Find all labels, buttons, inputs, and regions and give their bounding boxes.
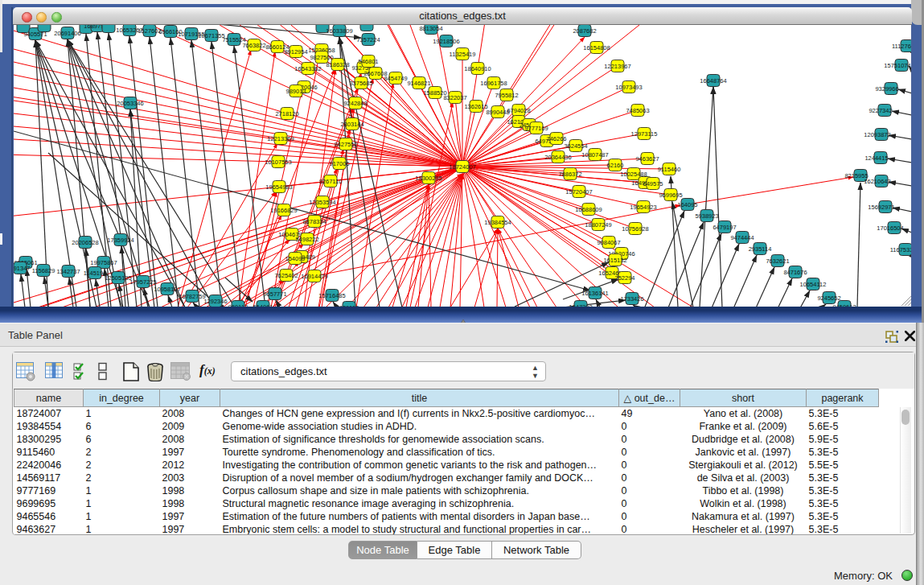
svg-text:7625402: 7625402: [274, 272, 298, 279]
svg-text:15751074: 15751074: [884, 62, 910, 69]
svg-text:3624554: 3624554: [564, 142, 587, 150]
svg-text:9827500: 9827500: [310, 54, 333, 61]
svg-text:10807487: 10807487: [581, 151, 608, 159]
svg-text:9227342: 9227342: [869, 107, 892, 114]
svg-text:1342737: 1342737: [56, 268, 80, 275]
svg-text:8454749: 8454749: [384, 75, 407, 82]
svg-text:8813054: 8813054: [419, 25, 442, 32]
svg-text:649575: 649575: [643, 180, 663, 187]
svg-text:917006: 917006: [329, 160, 349, 167]
svg-text:989013: 989013: [285, 88, 306, 95]
svg-text:20364436: 20364436: [544, 154, 571, 161]
svg-text:10671355: 10671355: [198, 32, 224, 39]
svg-text:62160: 62160: [607, 162, 624, 169]
svg-text:12093872: 12093872: [864, 131, 890, 138]
svg-text:826113: 826113: [339, 304, 359, 307]
svg-text:8267110: 8267110: [319, 178, 343, 185]
svg-text:1244415: 1244415: [864, 154, 888, 162]
svg-text:10688609: 10688609: [575, 206, 602, 213]
svg-text:554061: 554061: [253, 303, 273, 307]
svg-text:1167533: 1167533: [890, 246, 912, 253]
svg-text:20691406: 20691406: [54, 30, 80, 37]
svg-text:960112: 960112: [228, 303, 248, 307]
svg-text:164095: 164095: [677, 201, 697, 208]
svg-text:8186328: 8186328: [326, 61, 349, 68]
svg-text:16033809: 16033809: [326, 27, 352, 35]
svg-text:16210643: 16210643: [864, 178, 890, 185]
svg-text:3375685: 3375685: [349, 80, 372, 87]
svg-text:9329966: 9329966: [875, 85, 898, 93]
svg-text:2718120: 2718120: [275, 110, 298, 117]
svg-text:10654112: 10654112: [800, 281, 827, 288]
svg-text:9115460: 9115460: [658, 166, 681, 173]
svg-text:7357224: 7357224: [356, 36, 380, 43]
svg-text:9146821: 9146821: [407, 80, 430, 87]
svg-text:8990448: 8990448: [486, 109, 509, 116]
svg-text:16782759: 16782759: [179, 293, 205, 300]
svg-text:15720407: 15720407: [565, 188, 592, 196]
svg-text:8878334: 8878334: [302, 218, 326, 225]
svg-text:1145194: 1145194: [84, 270, 107, 277]
svg-text:9242848: 9242848: [343, 100, 367, 107]
svg-text:746266: 746266: [546, 135, 566, 142]
svg-text:5938923: 5938923: [695, 212, 718, 220]
svg-text:9474444: 9474444: [730, 234, 754, 241]
svg-text:2935114: 2935114: [749, 245, 772, 253]
svg-text:12213967: 12213967: [604, 63, 630, 70]
svg-text:8471676: 8471676: [783, 269, 807, 276]
svg-text:12213369: 12213369: [267, 135, 294, 142]
svg-text:9450612: 9450612: [832, 303, 856, 307]
svg-text:15716485: 15716485: [318, 292, 345, 299]
svg-text:18300295: 18300295: [415, 175, 441, 182]
svg-text:252294: 252294: [614, 274, 634, 282]
svg-text:16961758: 16961758: [480, 80, 507, 87]
svg-text:9657771: 9657771: [263, 290, 286, 298]
svg-text:18724007: 18724007: [449, 163, 475, 171]
svg-text:8322037: 8322037: [443, 94, 466, 101]
svg-text:2803144: 2803144: [340, 121, 363, 128]
svg-text:19384554: 19384554: [484, 219, 511, 226]
svg-text:11325419: 11325419: [450, 51, 476, 58]
svg-text:16136141: 16136141: [581, 290, 608, 297]
svg-text:7955812: 7955812: [495, 92, 518, 99]
svg-text:17359924: 17359924: [107, 237, 133, 244]
svg-text:8912954: 8912954: [284, 48, 307, 56]
svg-text:10756928: 10756928: [622, 225, 648, 233]
svg-text:12353594: 12353594: [309, 199, 335, 206]
svg-text:20206528: 20206528: [72, 239, 98, 246]
svg-text:18640910: 18640910: [464, 65, 491, 72]
svg-text:12973115: 12973115: [631, 130, 658, 138]
svg-text:16154808: 16154808: [583, 44, 610, 51]
svg-text:19166829: 19166829: [270, 207, 297, 214]
svg-text:8427552: 8427552: [334, 141, 357, 148]
svg-text:9777169: 9777169: [524, 125, 548, 132]
svg-text:17957225: 17957225: [129, 278, 156, 286]
svg-text:16543362: 16543362: [294, 65, 321, 72]
svg-text:9699695: 9699695: [659, 192, 682, 199]
svg-text:6794028: 6794028: [507, 107, 530, 114]
svg-text:19654923: 19654923: [630, 204, 656, 211]
svg-text:9084067: 9084067: [597, 239, 620, 246]
svg-text:20053346: 20053346: [117, 100, 143, 107]
svg-text:16648764: 16648764: [700, 77, 726, 84]
svg-text:10958107: 10958107: [154, 286, 180, 293]
svg-text:5498222: 5498222: [295, 236, 318, 243]
svg-text:1733426: 1733426: [620, 295, 643, 303]
svg-text:16914479: 16914479: [301, 273, 327, 280]
svg-text:10973493: 10973493: [615, 84, 642, 91]
svg-text:1156829: 1156829: [32, 267, 55, 274]
svg-text:1112764: 1112764: [892, 43, 912, 50]
svg-text:7485063: 7485063: [626, 107, 649, 114]
svg-text:154099: 154099: [285, 255, 305, 262]
svg-text:391347: 391347: [14, 265, 31, 272]
svg-text:9463627: 9463627: [635, 155, 659, 163]
svg-text:12505135: 12505135: [105, 274, 131, 282]
svg-text:19654983: 19654983: [265, 183, 292, 191]
svg-text:546801: 546801: [358, 58, 378, 65]
svg-text:7663822: 7663822: [242, 42, 265, 49]
svg-text:17016504: 17016504: [877, 225, 903, 232]
svg-text:1527602: 1527602: [138, 27, 161, 35]
svg-text:10107553: 10107553: [265, 159, 291, 166]
svg-text:9245652: 9245652: [817, 295, 840, 302]
svg-text:1615132: 1615132: [603, 257, 626, 264]
